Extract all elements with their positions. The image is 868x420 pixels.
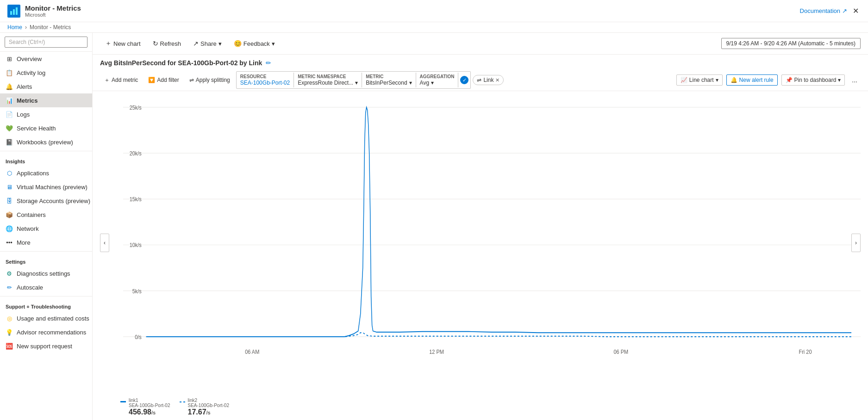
top-bar-right: Documentation ↗ ✕: [800, 5, 861, 17]
support-section-label: Support + Troubleshooting: [0, 298, 92, 311]
sidebar-item-workbooks[interactable]: 📓 Workbooks (preview): [0, 135, 92, 149]
breadcrumb-home[interactable]: Home: [7, 24, 22, 31]
svg-text:06 AM: 06 AM: [245, 348, 259, 355]
content-area: ＋ New chart ↻ Refresh ↗ Share ▾ 😊 Feedba…: [93, 33, 868, 420]
chart-type-chevron: ▾: [716, 77, 718, 83]
sidebar-item-service-health[interactable]: 💚 Service Health: [0, 121, 92, 135]
close-button[interactable]: ✕: [851, 5, 861, 17]
metric-value[interactable]: BitsInPerSecond ▾: [366, 80, 412, 86]
aggregation-value[interactable]: Avg ▾: [420, 80, 455, 86]
resource-value[interactable]: SEA-100Gb-Port-02: [240, 80, 290, 86]
filter-icon: 🔽: [148, 77, 155, 83]
breadcrumb-separator: ›: [25, 24, 27, 31]
logs-icon: 📄: [6, 111, 13, 118]
refresh-icon: ↻: [153, 40, 158, 47]
container-icon: 📦: [6, 211, 13, 218]
sidebar-item-virtual-machines[interactable]: 🖥 Virtual Machines (preview): [0, 180, 92, 194]
sidebar-divider-3: [0, 296, 92, 296]
activity-icon: 📋: [6, 69, 13, 76]
sidebar-item-usage-costs[interactable]: ◎ Usage and estimated costs: [0, 311, 92, 325]
sidebar-item-applications[interactable]: ⬡ Applications: [0, 166, 92, 180]
sidebar-item-metrics[interactable]: 📊 Metrics: [0, 93, 92, 107]
legend-item-link2: link2 SEA-100Gb-Port-02 17.67/s: [180, 398, 230, 416]
sidebar-item-more[interactable]: ••• More: [0, 235, 92, 249]
svg-text:15k/s: 15k/s: [130, 196, 142, 203]
add-filter-button[interactable]: 🔽 Add filter: [144, 74, 183, 86]
feedback-chevron-icon: ▾: [272, 40, 275, 47]
split-icon: ⇌: [189, 77, 194, 83]
time-range-button[interactable]: 9/19 4:26 AM - 9/20 4:26 AM (Automatic -…: [721, 38, 861, 49]
sidebar-item-support[interactable]: 🆘 New support request: [0, 339, 92, 353]
refresh-button[interactable]: ↻ Refresh: [148, 37, 187, 50]
link-icon: ⇌: [477, 77, 481, 83]
metric-section: METRIC BitsInPerSecond ▾: [362, 73, 416, 87]
chart-svg: 25k/s 20k/s 15k/s 10k/s 5k/s 0/s 06 AM 1…: [100, 96, 861, 394]
settings-section-label: Settings: [0, 253, 92, 266]
sidebar-item-diagnostics[interactable]: ⚙ Diagnostics settings: [0, 266, 92, 280]
svg-rect-0: [10, 11, 12, 15]
search-input[interactable]: [5, 37, 87, 48]
more-options-button[interactable]: ...: [849, 74, 861, 86]
add-metric-button[interactable]: ＋ Add metric: [100, 74, 142, 86]
chart-nav-right-button[interactable]: ›: [851, 234, 861, 252]
sidebar-item-storage-accounts[interactable]: 🗄 Storage Accounts (preview): [0, 194, 92, 208]
legend-item-link1: link1 SEA-100Gb-Port-02 456.98/s: [120, 398, 170, 416]
new-chart-button[interactable]: ＋ New chart: [100, 37, 146, 50]
resource-section: RESOURCE SEA-100Gb-Port-02: [237, 73, 294, 87]
toolbar: ＋ New chart ↻ Refresh ↗ Share ▾ 😊 Feedba…: [93, 33, 868, 55]
legend-text-link2: link2 SEA-100Gb-Port-02 17.67/s: [188, 398, 230, 416]
health-icon: 💚: [6, 124, 13, 132]
documentation-link[interactable]: Documentation ↗: [800, 7, 847, 14]
remove-filter-icon[interactable]: ✕: [495, 77, 500, 83]
sidebar-item-activity-log[interactable]: 📋 Activity log: [0, 66, 92, 80]
chart-header: Avg BitsInPerSecond for SEA-100Gb-Port-0…: [93, 55, 868, 69]
chart-nav-left-button[interactable]: ‹: [100, 234, 109, 252]
chart-toolbar-right: 📈 Line chart ▾ 🔔 New alert rule 📌 Pin to…: [676, 74, 861, 86]
sidebar-item-overview[interactable]: ⊞ Overview: [0, 52, 92, 66]
external-link-icon: ↗: [842, 7, 847, 14]
chart-area: ‹ › 25k/s 20k/s 15k/s 10k/s 5k/s 0/s 06 …: [93, 91, 868, 394]
share-icon: ↗: [193, 40, 199, 47]
svg-text:Fri 20: Fri 20: [799, 348, 812, 355]
namespace-chevron: ▾: [355, 80, 358, 86]
overview-icon: ⊞: [6, 55, 13, 62]
share-chevron-icon: ▾: [219, 40, 222, 47]
add-metric-icon: ＋: [104, 76, 110, 84]
breadcrumb-current: Monitor - Metrics: [30, 24, 71, 31]
link-filter-tag[interactable]: ⇌ Link ✕: [473, 75, 504, 85]
insights-section-label: Insights: [0, 153, 92, 166]
chart-type-button[interactable]: 📈 Line chart ▾: [676, 74, 723, 86]
sidebar: ⊞ Overview 📋 Activity log 🔔 Alerts 📊 Met…: [0, 33, 93, 420]
feedback-button[interactable]: 😊 Feedback ▾: [229, 37, 280, 50]
sidebar-item-network[interactable]: 🌐 Network: [0, 222, 92, 235]
sidebar-item-containers[interactable]: 📦 Containers: [0, 208, 92, 222]
feedback-icon: 😊: [234, 40, 242, 47]
svg-text:06 PM: 06 PM: [613, 348, 628, 355]
share-button[interactable]: ↗ Share ▾: [188, 37, 227, 50]
usage-icon: ◎: [6, 315, 13, 322]
namespace-value[interactable]: ExpressRoute Direct... ▾: [298, 80, 358, 86]
metrics-icon: 📊: [6, 97, 13, 104]
vm-icon: 🖥: [6, 183, 13, 191]
legend-value-link2: 17.67/s: [188, 408, 230, 416]
apply-splitting-button[interactable]: ⇌ Apply splitting: [185, 74, 234, 86]
metric-confirm-button[interactable]: ✓: [460, 76, 468, 84]
svg-text:25k/s: 25k/s: [130, 104, 142, 111]
svg-text:0/s: 0/s: [135, 334, 142, 340]
top-bar-left: Monitor - Metrics Microsoft: [7, 4, 81, 18]
metric-chevron: ▾: [409, 80, 412, 86]
edit-title-icon[interactable]: ✏: [266, 59, 271, 67]
sidebar-item-alerts[interactable]: 🔔 Alerts: [0, 80, 92, 93]
sidebar-item-autoscale[interactable]: ✏ Autoscale: [0, 280, 92, 294]
sidebar-item-logs[interactable]: 📄 Logs: [0, 107, 92, 121]
metric-pill: RESOURCE SEA-100Gb-Port-02 METRIC NAMESP…: [236, 71, 471, 89]
chart-title: Avg BitsInPerSecond for SEA-100Gb-Port-0…: [100, 59, 262, 67]
chart-controls-bar: ＋ Add metric 🔽 Add filter ⇌ Apply splitt…: [93, 69, 868, 91]
new-alert-rule-button[interactable]: 🔔 New alert rule: [726, 74, 778, 86]
pin-dashboard-button[interactable]: 📌 Pin to dashboard ▾: [781, 74, 845, 86]
svg-text:10k/s: 10k/s: [130, 241, 142, 248]
namespace-section: METRIC NAMESPACE ExpressRoute Direct... …: [294, 73, 362, 87]
support-icon: 🆘: [6, 342, 13, 350]
legend-value-link1: 456.98/s: [129, 408, 170, 416]
sidebar-item-advisor[interactable]: 💡 Advisor recommendations: [0, 325, 92, 339]
